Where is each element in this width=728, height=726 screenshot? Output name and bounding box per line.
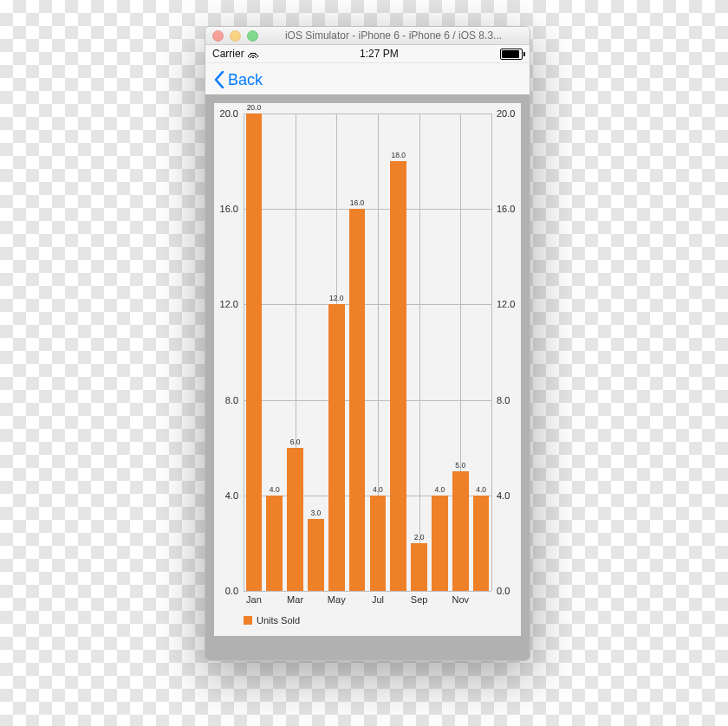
x-axis-tick: Jul	[372, 594, 384, 605]
bar	[287, 448, 303, 591]
bar	[349, 209, 366, 591]
bar-value-label: 12.0	[329, 294, 344, 302]
traffic-light-zoom-icon[interactable]	[247, 30, 258, 42]
y-axis-tick: 4.0	[497, 490, 510, 501]
bar-value-label: 4.0	[476, 485, 486, 494]
bar-value-label: 20.0	[247, 103, 262, 112]
bar	[370, 496, 387, 591]
traffic-light-close-icon[interactable]	[212, 30, 224, 42]
bar	[246, 113, 263, 591]
bar-value-label: 4.0	[270, 485, 280, 494]
bar	[432, 496, 448, 591]
battery-icon	[500, 49, 523, 60]
y-axis-tick: 12.0	[220, 299, 238, 309]
y-axis-tick: 20.0	[497, 108, 515, 119]
bar-value-label: 6.0	[290, 438, 301, 446]
chevron-left-icon	[214, 71, 224, 88]
back-button[interactable]: Back	[214, 71, 263, 89]
legend-swatch-icon	[244, 616, 252, 625]
status-time: 1:27 PM	[360, 48, 399, 60]
y-axis-tick: 0.0	[225, 586, 238, 596]
bar	[452, 471, 469, 591]
y-axis-tick: 12.0	[497, 299, 515, 309]
back-label: Back	[228, 71, 263, 89]
bar-value-label: 4.0	[434, 485, 445, 494]
y-axis-tick: 16.0	[220, 204, 238, 214]
y-axis-tick: 16.0	[497, 204, 515, 214]
legend-series-label: Units Sold	[257, 615, 300, 626]
ios-nav-bar: Back	[205, 63, 530, 97]
bar	[328, 304, 345, 591]
bar	[266, 496, 283, 591]
carrier-label: Carrier	[212, 48, 244, 60]
chart-legend: Units Sold	[244, 615, 300, 626]
bar-chart: 0.00.04.04.08.08.012.012.016.016.020.020…	[244, 113, 491, 591]
traffic-light-minimize-icon[interactable]	[230, 30, 241, 42]
bar-value-label: 5.0	[455, 461, 465, 470]
window-title: iOS Simulator - iPhone 6 - iPhone 6 / iO…	[264, 29, 523, 42]
y-axis-tick: 20.0	[220, 108, 238, 119]
bar-value-label: 3.0	[310, 509, 321, 517]
mac-window: iOS Simulator - iPhone 6 - iPhone 6 / iO…	[205, 26, 530, 661]
ios-screen: Carrier 1:27 PM Back 0.00.04.04.08.08.01…	[205, 45, 530, 660]
y-axis-tick: 8.0	[225, 395, 238, 405]
window-titlebar[interactable]: iOS Simulator - iPhone 6 - iPhone 6 / iO…	[205, 27, 530, 45]
y-axis-tick: 4.0	[225, 490, 238, 501]
x-axis-tick: May	[328, 594, 346, 605]
x-axis-tick: Nov	[452, 594, 469, 605]
x-axis-tick: Mar	[287, 594, 303, 605]
bar	[411, 543, 427, 591]
bar-value-label: 4.0	[373, 485, 383, 494]
chart-card: 0.00.04.04.08.08.012.012.016.016.020.020…	[214, 103, 521, 636]
y-axis-tick: 0.0	[497, 586, 510, 596]
bar-value-label: 18.0	[391, 151, 406, 159]
bar-value-label: 16.0	[350, 198, 365, 207]
wifi-icon	[248, 49, 258, 58]
x-axis-tick: Jan	[246, 594, 262, 605]
bar	[390, 161, 406, 591]
chart-container: 0.00.04.04.08.08.012.012.016.016.020.020…	[205, 94, 530, 660]
bar	[308, 519, 324, 591]
x-axis-tick: Sep	[411, 594, 428, 605]
bar	[473, 496, 490, 591]
ios-status-bar: Carrier 1:27 PM	[205, 45, 530, 63]
y-axis-tick: 8.0	[497, 395, 510, 405]
bar-value-label: 2.0	[414, 533, 425, 541]
